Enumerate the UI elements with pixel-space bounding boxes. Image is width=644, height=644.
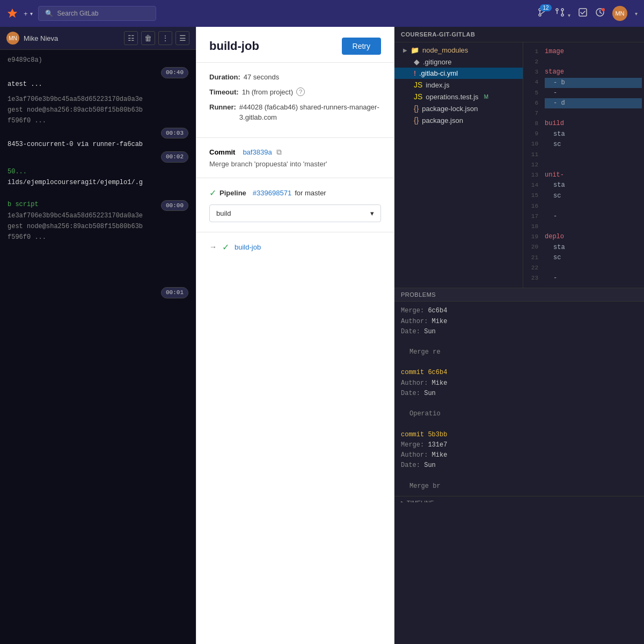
svg-point-3 (556, 9, 558, 11)
code-line: image (545, 47, 642, 57)
svg-point-5 (561, 9, 564, 11)
tree-item-index-js[interactable]: JS index.js (394, 79, 523, 91)
help-icon[interactable]: ? (296, 87, 305, 96)
tree-item-operations-test[interactable]: JS operations.test.js M (394, 91, 523, 103)
runner-value: #44028 (fa6cab46) shared-runners-manager… (239, 103, 381, 122)
problems-header: PROBLEMS (394, 288, 644, 302)
pipeline-dropdown[interactable]: build ▾ (209, 204, 381, 222)
panel-header: MN Mike Nieva ☷ 🗑 ⋮ ☰ (0, 27, 196, 50)
runner-label: Runner: (209, 103, 236, 112)
tree-item-package-lock[interactable]: {} package-lock.json (394, 103, 523, 114)
commit-hash-link[interactable]: baf3839a (243, 148, 272, 156)
terminal-line: 1e3af706e3b9bc45aa58d65223170da0a3e (8, 211, 188, 221)
panel-file-btn[interactable]: ☷ (124, 31, 138, 45)
terminal-line: e9489c8a) (8, 55, 188, 65)
tree-item-label: index.js (426, 81, 449, 89)
right-panel: COURSERA-GIT-GITLAB ▶ 📁 node_modules ◆ (394, 27, 644, 644)
tree-item-label: operations.test.js (426, 93, 478, 101)
user-avatar[interactable]: MN (612, 6, 627, 21)
pipeline-link[interactable]: #339698571 (253, 189, 291, 197)
code-lines: 1 2 3 4 5 6 7 8 9 10 11 (523, 42, 644, 288)
checkmark-icon[interactable] (578, 8, 588, 19)
panel-user: MN Mike Nieva (6, 32, 58, 45)
commit-section: Commit baf3839a ⧉ Merge branch 'propuest… (196, 138, 394, 178)
git-log-line: Merge: 6c6b4 (401, 306, 638, 316)
build-success-icon: ✓ (222, 242, 229, 252)
terminal-line: 00:40 (8, 66, 188, 78)
code-line (545, 222, 642, 232)
explorer-title: COURSERA-GIT-GITLAB (401, 31, 475, 38)
tree-item-label: package.json (422, 116, 463, 125)
code-line (545, 160, 642, 170)
middle-panel: build-job Retry Duration: 47 seconds Tim… (196, 27, 394, 644)
json-icon: {} (414, 116, 419, 125)
clock-icon[interactable] (595, 8, 605, 19)
timeline-label: TIMELINE (407, 500, 434, 503)
git-log-line: Merge br (401, 481, 638, 492)
copy-icon[interactable]: ⧉ (276, 148, 282, 157)
code-line: sc (545, 253, 642, 263)
vscode-explorer: COURSERA-GIT-GITLAB ▶ 📁 node_modules ◆ (394, 27, 644, 288)
terminal-line: f596f0 ... (8, 116, 188, 126)
tree-item-label: .gitlab-ci.yml (419, 69, 458, 77)
top-nav: + ▾ 🔍 Search GitLab 12 ▾ MN (0, 0, 644, 27)
terminal-line: b script (8, 200, 39, 209)
timeline-toggle[interactable]: ▶ (401, 500, 407, 503)
tree-item-node-modules[interactable]: ▶ 📁 node_modules (394, 45, 523, 56)
timeout-label: Timeout: (209, 87, 239, 97)
code-content: image stage - b - - d build sta sc (543, 42, 644, 288)
terminal-line: gest node@sha256:89acb508f15b80b63b (8, 222, 188, 231)
left-panel: MN Mike Nieva ☷ 🗑 ⋮ ☰ e9489c8a) 00:40 at… (0, 27, 196, 644)
panel-delete-btn[interactable]: 🗑 (141, 31, 155, 45)
terminal-line: gest node@sha256:89acb508f15b80b63b (8, 105, 188, 115)
explorer-header: COURSERA-GIT-GITLAB (394, 27, 644, 42)
avatar-dropdown[interactable]: ▾ (635, 11, 638, 17)
git-log-line (401, 357, 638, 368)
code-line: - b (545, 78, 642, 88)
git-log-line: Date: Sun (401, 460, 638, 471)
tree-item-package-json[interactable]: {} package.json (394, 114, 523, 126)
code-line: - d (545, 98, 642, 108)
tree-item-label: package-lock.json (422, 105, 478, 113)
explorer-body: ▶ 📁 node_modules ◆ .gitignore ! . (394, 42, 644, 288)
tree-arrow: ▶ (403, 47, 407, 53)
main-content: MN Mike Nieva ☷ 🗑 ⋮ ☰ e9489c8a) 00:40 at… (0, 27, 644, 644)
git-log-line: Merge: 131e7 (401, 440, 638, 450)
nav-logo[interactable] (6, 8, 18, 19)
gitignore-icon: ◆ (414, 57, 420, 66)
search-icon: 🔍 (45, 10, 53, 17)
git-icon[interactable]: ▾ (555, 8, 570, 19)
git-log-line: Operatio (401, 409, 638, 419)
pipeline-for: for master (295, 189, 326, 197)
duration-label: Duration: (209, 72, 240, 82)
terminal-line: 00:02 (8, 150, 188, 163)
line-numbers: 1 2 3 4 5 6 7 8 9 10 11 (523, 42, 543, 288)
terminal-line: f596f0 ... (8, 232, 188, 242)
terminal-line: 8453-concurrent-0 via runner-fa6cab (8, 140, 188, 149)
svg-point-8 (602, 8, 605, 11)
runner-row: Runner: #44028 (fa6cab46) shared-runners… (209, 103, 381, 122)
pipeline-section: ✓ Pipeline #339698571 for master build ▾ (196, 178, 394, 232)
timeout-row: Timeout: 1h (from project) ? (209, 87, 381, 97)
svg-point-2 (539, 14, 541, 16)
build-job-link[interactable]: build-job (235, 243, 261, 251)
code-line: sc (545, 191, 642, 201)
js-icon: JS (414, 92, 422, 101)
build-job-row: → ✓ build-job (196, 232, 394, 262)
nav-plus[interactable]: + ▾ (24, 10, 33, 18)
file-tree: ▶ 📁 node_modules ◆ .gitignore ! . (394, 42, 523, 288)
tree-item-gitlab-ci[interactable]: ! .gitlab-ci.yml (394, 68, 523, 79)
panel-more-btn[interactable]: ⋮ (158, 31, 172, 45)
job-details: Duration: 47 seconds Timeout: 1h (from p… (196, 63, 394, 138)
git-log-line: commit 5b3bb (401, 430, 638, 440)
nav-search-box[interactable]: 🔍 Search GitLab (38, 6, 156, 21)
svg-rect-6 (579, 9, 587, 16)
git-log-line: Author: Mike (401, 317, 638, 327)
git-log: Merge: 6c6b4 Author: Mike Date: Sun Merg… (394, 302, 644, 495)
terminal-line: atest ... (8, 79, 188, 89)
merge-requests-icon[interactable]: 12 (538, 8, 547, 19)
tree-item-gitignore[interactable]: ◆ .gitignore (394, 56, 523, 68)
retry-button[interactable]: Retry (342, 38, 381, 55)
panel-menu-btn[interactable]: ☰ (175, 31, 189, 45)
git-log-line (401, 471, 638, 481)
